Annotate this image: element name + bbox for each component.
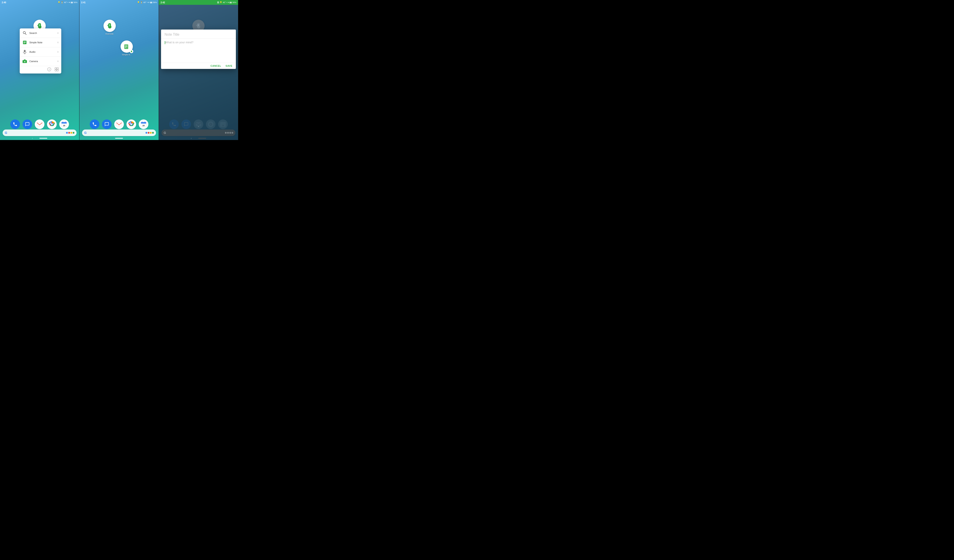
time-1: 2:40 — [2, 1, 6, 4]
dock-gmail-2[interactable] — [114, 120, 124, 129]
svg-rect-16 — [55, 68, 56, 69]
dock-phone-3 — [169, 120, 179, 129]
simplenote-circle-2[interactable] — [120, 40, 133, 53]
dock-phone-1[interactable] — [10, 120, 20, 129]
search-icon — [22, 31, 27, 36]
simplenote-icon — [22, 40, 27, 45]
note-body-placeholder: What is on your mind? — [165, 41, 193, 44]
mic-icon — [22, 50, 27, 54]
bottom-dock-2: 28 — [80, 120, 159, 129]
svg-line-2 — [25, 33, 26, 34]
status-bar-2: 2:41 💡 ⏳ 40° • ▾ ▮▮ 56% — [80, 0, 159, 5]
bulb-icon-3: 💡 — [220, 1, 222, 3]
signal-icon-2: ▮▮ — [150, 1, 152, 3]
nav-back-1[interactable]: ‹ — [32, 137, 33, 140]
dock-messages-2[interactable] — [102, 120, 112, 129]
google-logo-3: G — [164, 131, 166, 135]
svg-rect-7 — [24, 50, 26, 52]
dock-gmail-3 — [194, 120, 203, 129]
dock-gmail-1[interactable] — [35, 120, 44, 129]
dock-calendar-3: 28 — [218, 120, 228, 129]
wifi-icon: ▾ — [69, 1, 70, 3]
status-icons-3: 🖼 💡 40° • ▾ ▮▮ 56% — [217, 1, 236, 3]
svg-rect-38 — [116, 122, 122, 126]
svg-point-12 — [24, 61, 25, 62]
battery-icon-3: 56% — [232, 1, 236, 3]
nav-home-1[interactable] — [39, 138, 47, 139]
google-search-bar-1[interactable]: G — [3, 129, 76, 136]
menu-item-simplenote[interactable]: Simple Note ≡ — [20, 38, 61, 47]
dot-icon-2: • — [147, 1, 148, 3]
svg-text:28: 28 — [142, 124, 145, 127]
svg-rect-13 — [24, 59, 26, 60]
svg-point-41 — [131, 124, 132, 125]
cancel-button[interactable]: CANCEL — [210, 65, 221, 67]
time-3: 2:42 — [161, 1, 165, 4]
menu-item-search[interactable]: Search ≡ — [20, 28, 61, 38]
status-icons-1: 💡 ⏳ 40° • ▾ ▮▮ 56% — [58, 1, 78, 3]
wifi-icon-2: ▾ — [148, 1, 150, 3]
note-title-placeholder: Note Title — [165, 33, 179, 36]
dock-calendar-2[interactable]: 28 — [139, 120, 148, 129]
drag-icon-audio: ≡ — [57, 50, 59, 53]
drag-icon-camera: ≡ — [57, 60, 59, 63]
badge-evernote — [130, 50, 133, 53]
bulb-icon: 💡 — [58, 1, 60, 3]
simplenote-svg-2 — [123, 42, 131, 51]
svg-rect-20 — [37, 122, 42, 126]
hourglass-icon-2: ⏳ — [140, 1, 143, 3]
dock-messages-1[interactable] — [23, 120, 32, 129]
menu-camera-label: Camera — [29, 60, 55, 62]
temp-icon-3: 40° — [223, 1, 226, 3]
svg-rect-48 — [196, 122, 201, 126]
note-title-area[interactable]: Note Title — [161, 30, 236, 39]
screen-1: 2:40 💡 ⏳ 40° • ▾ ▮▮ 56% — [0, 0, 80, 140]
menu-item-audio[interactable]: Audio ≡ — [20, 47, 61, 57]
evernote-svg-2 — [106, 22, 114, 30]
drag-icon-search: ≡ — [57, 31, 59, 34]
google-search-bar-2[interactable]: G — [82, 129, 156, 136]
svg-rect-43 — [141, 122, 146, 124]
menu-audio-label: Audio — [29, 51, 55, 53]
menu-item-camera[interactable]: Camera ≡ — [20, 57, 61, 66]
evernote-icon-area-2[interactable]: Evernote — [103, 20, 116, 35]
evernote-label-2: Evernote — [106, 33, 114, 35]
google-dots-3 — [225, 132, 233, 134]
background-2 — [80, 0, 159, 140]
note-dialog: Note Title What is on your mind? CANCEL … — [161, 30, 236, 69]
dock-messages-3 — [181, 120, 191, 129]
svg-point-51 — [210, 124, 212, 125]
nav-back-3[interactable]: ‹ — [191, 137, 192, 140]
bulb-icon-2: 💡 — [137, 1, 140, 3]
nav-bar-1: ‹ — [0, 137, 79, 140]
svg-rect-27 — [61, 122, 67, 124]
context-menu-footer: i — [20, 66, 61, 73]
svg-point-25 — [51, 124, 53, 125]
evernote-circle-2[interactable] — [103, 20, 116, 32]
svg-rect-17 — [57, 68, 58, 69]
note-dialog-footer: CANCEL SAVE — [161, 62, 236, 69]
info-icon[interactable]: i — [47, 67, 51, 72]
dock-calendar-1[interactable]: 28 — [59, 120, 69, 129]
simplenote-icon-area-2[interactable]: Simple N... — [120, 40, 133, 56]
drag-icon-simplenote: ≡ — [57, 41, 59, 44]
dock-chrome-2[interactable] — [126, 120, 136, 129]
nav-bar-2 — [80, 137, 159, 140]
save-button[interactable]: SAVE — [226, 65, 232, 67]
nav-home-2[interactable] — [115, 138, 123, 139]
time-2: 2:41 — [81, 1, 86, 4]
temp-icon-2: 40° — [143, 1, 147, 3]
status-bar-1: 2:40 💡 ⏳ 40° • ▾ ▮▮ 56% — [0, 0, 79, 5]
grid-icon[interactable] — [55, 67, 59, 72]
dock-phone-2[interactable] — [90, 120, 99, 129]
svg-rect-18 — [55, 70, 56, 71]
dock-chrome-1[interactable] — [47, 120, 57, 129]
wifi-icon-3: ▾ — [228, 1, 229, 3]
bottom-dock-1: 28 — [0, 120, 79, 129]
status-icons-2: 💡 ⏳ 40° • ▾ ▮▮ 56% — [137, 1, 157, 3]
menu-search-label: Search — [29, 32, 55, 34]
photo-icon-3: 🖼 — [217, 1, 219, 3]
screen-2: 2:41 💡 ⏳ 40° • ▾ ▮▮ 56% Evernote — [80, 0, 159, 140]
nav-home-3 — [198, 138, 206, 139]
note-body-area[interactable]: What is on your mind? — [161, 39, 236, 62]
